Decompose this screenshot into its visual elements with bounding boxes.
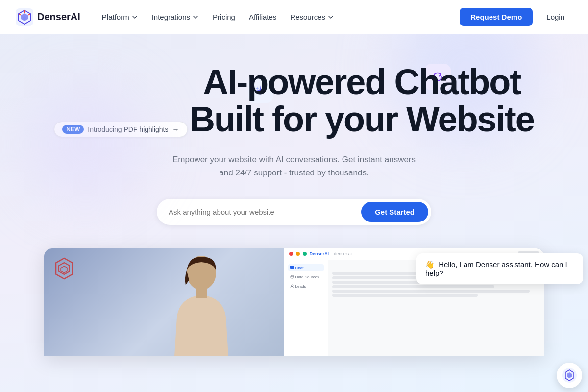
dash-dot-yellow — [296, 252, 300, 256]
badge-arrow: → — [172, 125, 179, 133]
logo-icon — [16, 8, 33, 26]
hero-subtitle: Empower your website with AI conversatio… — [167, 153, 421, 179]
hero-section: NEW Introducing PDF highlights → AI-powe… — [0, 34, 588, 392]
nav-links: Platform Integrations Pricing Affiliates… — [96, 9, 340, 25]
dash-sidebar-leads[interactable]: Leads — [288, 283, 324, 290]
dash-sidebar-chat[interactable]: Chat — [288, 264, 324, 271]
person-silhouette — [152, 253, 250, 356]
dash-logo-sm: DenserAI — [310, 251, 329, 256]
get-started-button[interactable]: Get Started — [361, 202, 428, 222]
dash-sidebar: Chat Data Sources Leads — [284, 260, 328, 356]
chat-greeting: 👋 Hello, I am Denser assistant. How can … — [416, 253, 583, 284]
dash-dot-green — [303, 252, 307, 256]
chatbot-fab[interactable] — [557, 363, 582, 388]
dash-line-5 — [332, 290, 530, 293]
dash-line-6 — [332, 294, 478, 297]
nav-item-affiliates[interactable]: Affiliates — [243, 9, 282, 25]
denser-logo-watermark — [52, 256, 76, 281]
chevron-down-icon-2 — [192, 14, 199, 21]
nav-item-integrations[interactable]: Integrations — [146, 9, 205, 25]
svg-point-13 — [291, 275, 294, 277]
svg-rect-12 — [290, 266, 294, 269]
decorative-blob-2 — [24, 83, 147, 206]
svg-rect-11 — [196, 289, 207, 298]
person-image — [44, 248, 319, 356]
dash-url: denser.ai — [334, 251, 352, 256]
dash-sidebar-datasources[interactable]: Data Sources — [288, 273, 324, 281]
search-input[interactable] — [169, 208, 361, 216]
dash-dot-red — [289, 252, 293, 256]
navbar-right: Request Demo Login — [460, 8, 572, 26]
chevron-down-icon — [131, 14, 138, 21]
nav-item-platform[interactable]: Platform — [96, 9, 144, 25]
nav-item-pricing[interactable]: Pricing — [207, 9, 241, 25]
logo-text: DenserAI — [37, 11, 80, 23]
navbar: DenserAI Platform Integrations Pricing A… — [0, 0, 588, 34]
login-button[interactable]: Login — [539, 8, 572, 26]
chevron-down-icon-3 — [327, 14, 334, 21]
dash-line-4 — [332, 285, 494, 288]
search-bar: Get Started — [157, 199, 431, 225]
svg-marker-9 — [61, 266, 68, 273]
nav-item-resources[interactable]: Resources — [284, 9, 340, 25]
chatbot-fab-icon — [562, 368, 577, 383]
logo[interactable]: DenserAI — [16, 8, 80, 26]
hero-title: AI-powered Chatbot Built for your Websit… — [190, 64, 534, 138]
chat-greeting-emoji: 👋 — [425, 260, 435, 269]
request-demo-button[interactable]: Request Demo — [460, 8, 533, 26]
navbar-left: DenserAI Platform Integrations Pricing A… — [16, 8, 340, 26]
chat-greeting-text: Hello, I am Denser assistant. How can I … — [425, 260, 567, 277]
